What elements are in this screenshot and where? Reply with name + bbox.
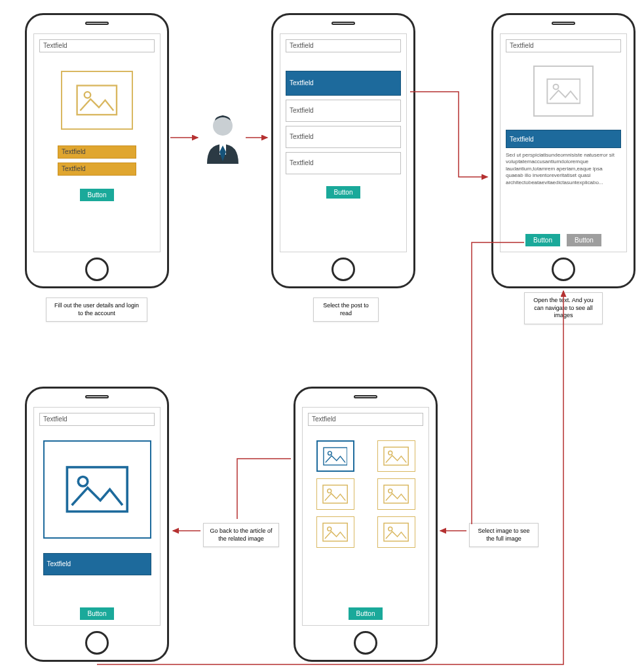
gallery-thumb-selected[interactable] bbox=[316, 440, 354, 472]
screen-image-detail: Textfield Textfield Button bbox=[33, 407, 161, 626]
speaker-icon bbox=[354, 395, 377, 398]
svg-point-14 bbox=[388, 489, 392, 493]
svg-rect-15 bbox=[323, 523, 347, 541]
svg-point-1 bbox=[85, 92, 91, 98]
phone-login: Textfield Textfield Textfield Button bbox=[25, 13, 169, 288]
svg-rect-0 bbox=[77, 86, 117, 115]
list-button[interactable]: Button bbox=[326, 186, 361, 199]
screen-list: Textfield Textfield Textfield Textfield … bbox=[280, 33, 407, 252]
phone-gallery: Textfield Button bbox=[294, 387, 438, 662]
svg-point-18 bbox=[388, 527, 392, 531]
password-field[interactable]: Textfield bbox=[58, 163, 136, 176]
gallery-thumb[interactable] bbox=[377, 478, 415, 510]
svg-rect-19 bbox=[67, 467, 127, 512]
header-textfield[interactable]: Textfield bbox=[506, 39, 621, 52]
speaker-icon bbox=[85, 395, 109, 398]
primary-action-button[interactable]: Button bbox=[525, 234, 560, 246]
image-icon bbox=[76, 83, 118, 117]
speaker-icon bbox=[331, 22, 355, 25]
logo-image-placeholder bbox=[61, 71, 133, 130]
list-item[interactable]: Textfield bbox=[286, 152, 401, 174]
secondary-action-button[interactable]: Button bbox=[567, 234, 601, 246]
svg-point-20 bbox=[78, 477, 87, 486]
image-icon bbox=[66, 461, 129, 518]
speaker-icon bbox=[85, 22, 109, 25]
image-icon bbox=[546, 77, 581, 105]
gallery-thumb[interactable] bbox=[377, 516, 415, 548]
header-textfield[interactable]: Textfield bbox=[286, 39, 401, 52]
svg-rect-13 bbox=[384, 485, 408, 503]
phone-image-detail: Textfield Textfield Button bbox=[25, 387, 169, 662]
header-textfield[interactable]: Textfield bbox=[39, 39, 155, 52]
article-button-row: Button Button bbox=[506, 234, 621, 246]
home-button-icon[interactable] bbox=[354, 631, 377, 655]
image-caption-field[interactable]: Textfield bbox=[43, 553, 151, 575]
list-item[interactable]: Textfield bbox=[286, 126, 401, 148]
caption-login: Fill out the user details and login to t… bbox=[46, 297, 147, 322]
screen-gallery: Textfield Button bbox=[302, 407, 429, 626]
article-body-text: Sed ut perspiciatisundeomnisiste natuser… bbox=[506, 152, 621, 186]
home-button-icon[interactable] bbox=[85, 631, 109, 655]
svg-point-16 bbox=[328, 527, 331, 531]
svg-point-10 bbox=[388, 451, 392, 455]
full-image-placeholder[interactable] bbox=[43, 440, 151, 539]
phone-article: Textfield Textfield Sed ut perspiciatisu… bbox=[491, 13, 635, 288]
caption-list: Select the post to read bbox=[313, 297, 379, 322]
gallery-thumb[interactable] bbox=[377, 440, 415, 472]
home-button-icon[interactable] bbox=[331, 258, 355, 281]
username-field[interactable]: Textfield bbox=[58, 145, 136, 159]
svg-rect-9 bbox=[384, 447, 408, 465]
caption-detail: Go back to the article of the related im… bbox=[203, 523, 279, 547]
user-avatar-icon bbox=[202, 113, 244, 164]
home-button-icon[interactable] bbox=[85, 258, 109, 281]
gallery-thumb[interactable] bbox=[316, 516, 354, 548]
caption-gallery: Select image to see the full image bbox=[469, 523, 539, 547]
home-button-icon[interactable] bbox=[552, 258, 575, 281]
phone-list: Textfield Textfield Textfield Textfield … bbox=[271, 13, 415, 288]
screen-article: Textfield Textfield Sed ut perspiciatisu… bbox=[500, 33, 627, 252]
gallery-button[interactable]: Button bbox=[349, 607, 383, 620]
list-item[interactable]: Textfield bbox=[286, 100, 401, 122]
svg-rect-11 bbox=[323, 485, 347, 503]
gallery-thumb[interactable] bbox=[316, 478, 354, 510]
list-item-selected[interactable]: Textfield bbox=[286, 71, 401, 96]
svg-point-8 bbox=[328, 451, 331, 455]
svg-rect-5 bbox=[547, 79, 580, 104]
svg-rect-7 bbox=[324, 448, 347, 465]
svg-rect-17 bbox=[384, 523, 408, 541]
caption-article: Open the text. And you can navigate to s… bbox=[524, 292, 603, 324]
screen-login: Textfield Textfield Textfield Button bbox=[33, 33, 161, 252]
svg-point-6 bbox=[553, 84, 558, 89]
speaker-icon bbox=[552, 22, 575, 25]
detail-button[interactable]: Button bbox=[80, 607, 115, 620]
image-grid bbox=[308, 440, 423, 548]
header-textfield[interactable]: Textfield bbox=[308, 413, 423, 426]
login-button[interactable]: Button bbox=[80, 189, 115, 201]
svg-point-12 bbox=[328, 489, 331, 493]
article-title-field[interactable]: Textfield bbox=[506, 130, 621, 148]
article-image-placeholder bbox=[533, 66, 594, 117]
header-textfield[interactable]: Textfield bbox=[39, 413, 155, 426]
